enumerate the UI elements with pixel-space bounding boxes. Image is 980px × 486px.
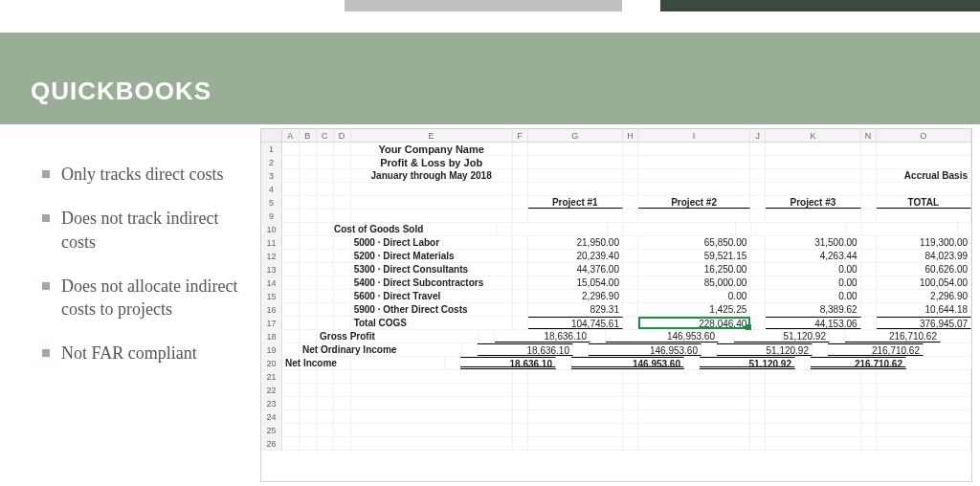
row-header[interactable]: 19 — [261, 343, 282, 356]
cell[interactable] — [528, 424, 623, 436]
row-header[interactable]: 18 — [261, 330, 282, 342]
row-header[interactable]: 22 — [261, 384, 282, 396]
cell[interactable] — [513, 183, 528, 195]
cell-value[interactable]: 119,300.00 — [877, 236, 971, 249]
cell[interactable] — [861, 317, 877, 329]
cell-cogs-label[interactable]: Cost of Goods Sold — [334, 223, 497, 235]
cell[interactable] — [528, 156, 623, 168]
cell[interactable] — [513, 303, 528, 316]
cell[interactable] — [445, 357, 460, 369]
cell[interactable] — [513, 290, 528, 302]
cell[interactable] — [300, 276, 317, 289]
cell[interactable] — [556, 357, 571, 369]
cell[interactable] — [300, 263, 317, 276]
cell[interactable] — [351, 210, 513, 222]
cell[interactable] — [638, 384, 750, 396]
cell-value[interactable]: 146,953.60 — [606, 330, 719, 342]
cell-total-cogs-label[interactable]: Total COGS — [351, 317, 513, 329]
cell[interactable] — [750, 210, 766, 222]
cell-value[interactable]: 146,953.60 — [589, 343, 702, 356]
cell-project-header[interactable]: TOTAL — [877, 196, 971, 209]
cell[interactable] — [638, 410, 750, 423]
cell[interactable] — [861, 210, 877, 222]
cell-line-label[interactable]: 5200 · Direct Materials — [351, 250, 513, 262]
row-header[interactable]: 4 — [261, 183, 282, 195]
cell-value[interactable]: 51,120.92 — [717, 343, 813, 356]
cell[interactable] — [861, 250, 877, 262]
cell[interactable] — [334, 290, 351, 302]
cell-value[interactable]: 16,250.00 — [638, 263, 750, 276]
cell[interactable] — [861, 384, 877, 396]
cell[interactable] — [282, 156, 300, 168]
cell-value[interactable]: 84,023.99 — [877, 250, 971, 262]
cell[interactable] — [750, 156, 766, 168]
cell[interactable] — [351, 410, 513, 423]
cell[interactable] — [351, 196, 513, 209]
cell[interactable] — [351, 397, 513, 409]
cell[interactable] — [623, 424, 638, 436]
cell-value[interactable]: 0.00 — [638, 290, 750, 302]
cell-value[interactable]: 104,745.61 — [528, 317, 623, 329]
col-header[interactable]: G — [528, 129, 623, 142]
cell[interactable] — [608, 223, 623, 235]
cell[interactable] — [623, 410, 638, 423]
cell[interactable] — [282, 343, 300, 356]
cell[interactable] — [766, 169, 860, 182]
cell[interactable] — [513, 250, 528, 262]
cell[interactable] — [317, 196, 334, 209]
cell[interactable] — [351, 384, 513, 396]
cell[interactable] — [282, 384, 300, 396]
cell[interactable] — [300, 317, 317, 329]
cell-line-label[interactable]: 5900 · Other Direct Costs — [351, 303, 513, 316]
cell[interactable] — [638, 437, 750, 450]
cell[interactable] — [300, 330, 317, 342]
cell-basis[interactable]: Accrual Basis — [877, 169, 971, 182]
cell[interactable] — [750, 303, 766, 316]
cell[interactable] — [623, 236, 638, 249]
row-header[interactable]: 17 — [261, 317, 282, 329]
cell[interactable] — [282, 276, 300, 289]
cell[interactable] — [528, 169, 623, 182]
col-header[interactable]: E — [351, 129, 513, 142]
cell[interactable] — [282, 196, 300, 209]
cell[interactable] — [300, 290, 317, 302]
cell[interactable] — [623, 437, 638, 450]
cell[interactable] — [877, 397, 971, 409]
cell[interactable] — [638, 424, 750, 436]
cell[interactable] — [766, 143, 860, 155]
cell-value[interactable]: 376,945.07 — [877, 317, 971, 329]
cell-value[interactable]: 85,000.00 — [638, 276, 750, 289]
cell[interactable] — [513, 263, 528, 276]
cell-report-title[interactable]: Profit & Loss by Job — [351, 156, 513, 168]
row-header[interactable]: 25 — [261, 424, 282, 436]
cell[interactable] — [282, 397, 300, 409]
cell[interactable] — [317, 183, 334, 195]
cell[interactable] — [750, 370, 766, 383]
row-header[interactable]: 24 — [261, 410, 282, 423]
cell[interactable] — [766, 183, 860, 195]
cell[interactable] — [317, 276, 334, 289]
col-header[interactable]: H — [623, 129, 638, 142]
row-header[interactable]: 9 — [261, 210, 282, 222]
cell[interactable] — [300, 437, 317, 450]
cell[interactable] — [861, 276, 877, 289]
cell[interactable] — [623, 143, 638, 155]
cell[interactable] — [334, 397, 351, 409]
cell[interactable] — [861, 156, 877, 168]
cell-line-label[interactable]: 5000 · Direct Labor — [351, 236, 513, 249]
cell[interactable] — [282, 223, 300, 235]
cell[interactable] — [317, 424, 334, 436]
cell[interactable] — [282, 183, 300, 195]
cell[interactable] — [300, 410, 317, 423]
cell-value[interactable]: 8,389.62 — [766, 303, 860, 316]
cell[interactable] — [513, 276, 528, 289]
cell[interactable] — [877, 156, 971, 168]
cell[interactable] — [623, 183, 638, 195]
cell[interactable] — [300, 303, 317, 316]
cell[interactable] — [282, 410, 300, 423]
cell[interactable] — [282, 250, 300, 262]
cell[interactable] — [766, 156, 860, 168]
cell[interactable] — [877, 424, 971, 436]
cell[interactable] — [847, 223, 862, 235]
cell[interactable] — [334, 169, 351, 182]
